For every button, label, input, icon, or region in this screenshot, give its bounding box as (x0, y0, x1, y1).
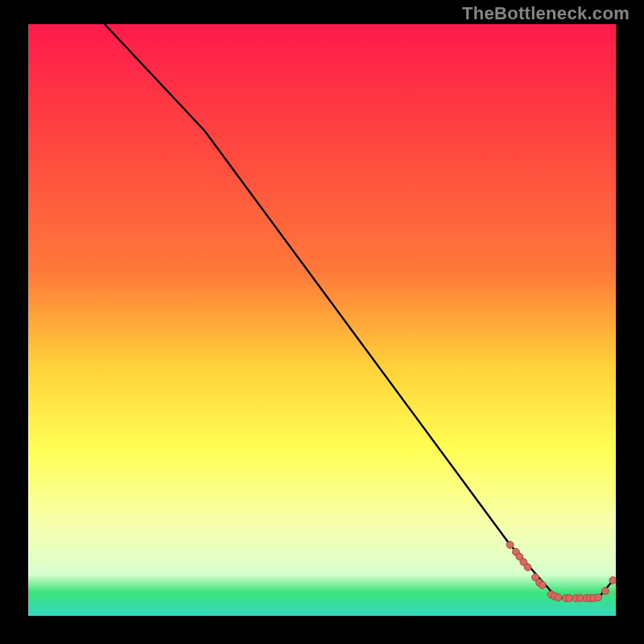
sample-point (566, 595, 573, 602)
plot-area (28, 24, 616, 616)
svg-rect-0 (28, 24, 616, 616)
watermark-text: TheBottleneck.com (462, 3, 630, 24)
chart-stage: TheBottleneck.com (0, 0, 644, 644)
sample-point (524, 564, 531, 571)
sample-point (539, 581, 546, 588)
sample-point (595, 594, 602, 601)
sample-point (602, 588, 609, 595)
sample-point (506, 541, 514, 548)
sample-point (555, 594, 562, 601)
sample-point (609, 577, 616, 584)
chart-svg (28, 24, 616, 616)
